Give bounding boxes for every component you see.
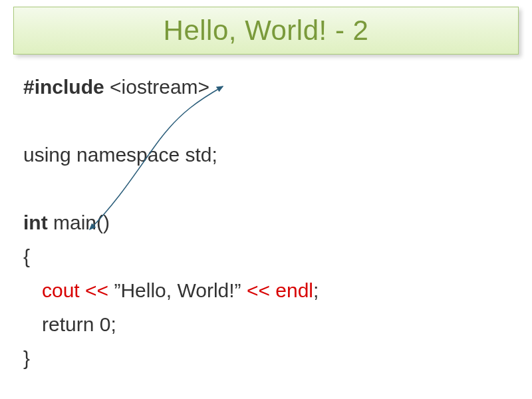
hello-string: ”Hello, World!” <box>108 279 247 301</box>
slide-title: Hello, World! - 2 <box>164 15 369 47</box>
semicolon: ; <box>313 279 319 301</box>
code-line-1: #include <iostream> <box>23 70 509 104</box>
code-line-6: return 0; <box>23 307 509 341</box>
int-keyword: int <box>23 211 48 233</box>
code-line-7: } <box>23 341 509 375</box>
cout-op: cout << <box>42 279 108 301</box>
code-line-2: using namespace std; <box>23 138 509 172</box>
title-bar: Hello, World! - 2 <box>13 7 519 55</box>
main-fn: main() <box>48 211 110 233</box>
code-line-3: int main() <box>23 205 509 239</box>
include-header: <iostream> <box>104 76 209 98</box>
endl-op: << endl <box>247 279 313 301</box>
code-line-4: { <box>23 239 509 273</box>
include-directive: #include <box>23 76 104 98</box>
code-line-5: cout << ”Hello, World!” << endl; <box>23 273 509 307</box>
code-block: #include <iostream> using namespace std;… <box>23 70 509 375</box>
